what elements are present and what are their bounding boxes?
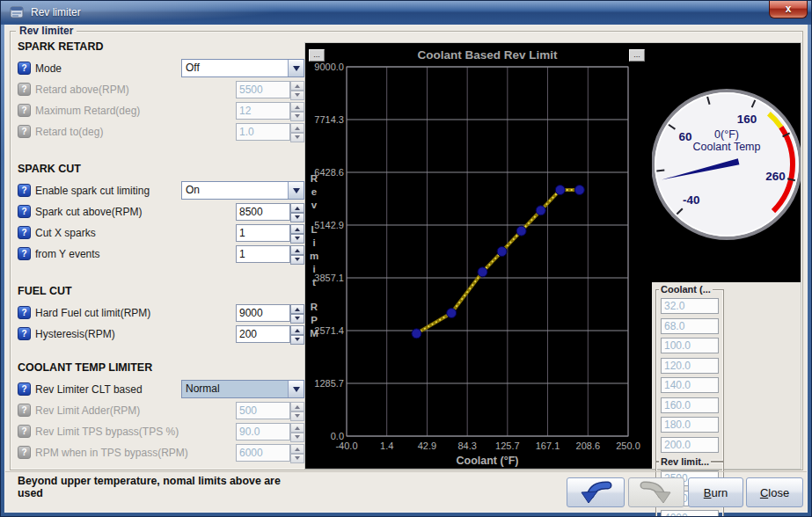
spinner-value[interactable]: 1.0 — [236, 123, 290, 141]
rev-limit-curve-dashes — [416, 190, 579, 333]
spinner-down[interactable] — [290, 213, 304, 222]
tps-bypass-spinner[interactable]: 90.0 — [236, 423, 304, 441]
hysteresis-spinner[interactable]: 200 — [236, 325, 304, 343]
spinner-down[interactable] — [290, 255, 304, 265]
y-axis-title-letter: R — [311, 302, 318, 312]
coolant-temp-gauge[interactable]: -40601602600(°F)Coolant Temp — [652, 43, 801, 282]
help-icon[interactable] — [18, 306, 31, 319]
spinner-value[interactable]: 1 — [236, 224, 290, 242]
help-icon[interactable] — [18, 205, 31, 218]
spinner-down[interactable] — [290, 91, 304, 100]
help-icon[interactable] — [18, 184, 31, 197]
coolant-bin-cell[interactable]: 180.0 — [661, 417, 719, 433]
dropdown-arrow-icon[interactable] — [288, 182, 304, 199]
help-icon[interactable] — [18, 327, 31, 340]
title-bar[interactable]: Rev limiter x — [1, 1, 811, 25]
spinner-down[interactable] — [290, 335, 304, 345]
chart-point[interactable] — [516, 226, 526, 236]
help-icon[interactable] — [18, 83, 31, 96]
spinner-up[interactable] — [290, 325, 304, 335]
spinner-up[interactable] — [290, 402, 304, 411]
coolant-bin-cell[interactable]: 100.0 — [661, 338, 719, 353]
spinner-value[interactable]: 5500 — [236, 81, 290, 98]
redo-button[interactable] — [628, 477, 684, 507]
spinner-up[interactable] — [290, 444, 304, 454]
dropdown-arrow-icon[interactable] — [288, 60, 304, 76]
x-tick-label: 167.1 — [536, 441, 560, 451]
clt-based-dropdown[interactable]: Normal — [181, 380, 304, 398]
spinner-up[interactable] — [290, 245, 304, 255]
spinner-value[interactable]: 8500 — [236, 203, 290, 221]
retard-to-spinner[interactable]: 1.0 — [236, 123, 304, 141]
spinner-up[interactable] — [290, 102, 304, 112]
coolant-bin-cell[interactable]: 68.0 — [661, 318, 719, 334]
chart-point[interactable] — [497, 247, 507, 257]
spinner-down[interactable] — [290, 234, 304, 244]
chart-menu-button-right[interactable]: ... — [629, 49, 645, 62]
chart-point[interactable] — [574, 186, 584, 195]
undo-button[interactable] — [567, 477, 625, 507]
hard-fuel-cut-spinner[interactable]: 9000 — [236, 304, 304, 322]
spinner-value[interactable]: 9000 — [236, 304, 290, 322]
spinner-up[interactable] — [290, 423, 304, 433]
coolant-bin-cell[interactable]: 120.0 — [661, 358, 719, 374]
retard-above-spinner[interactable]: 5500 — [236, 81, 304, 98]
gauge-canvas: -40601602600(°F)Coolant Temp — [652, 43, 801, 282]
max-retard-spinner[interactable]: 12 — [236, 102, 304, 120]
help-icon[interactable] — [18, 226, 31, 239]
mode-dropdown[interactable]: Off — [181, 59, 304, 77]
help-icon[interactable] — [18, 382, 31, 396]
row-hard-fuel-cut: Hard Fuel cut limit(RPM) 9000 — [18, 302, 304, 323]
burn-button[interactable]: Burn — [688, 477, 743, 507]
spinner-down[interactable] — [290, 454, 304, 463]
dropdown-arrow-icon[interactable] — [288, 381, 304, 397]
x-tick-label: 125.7 — [495, 441, 520, 451]
enable-spark-cut-dropdown[interactable]: On — [181, 181, 304, 200]
spinner-value[interactable]: 12 — [236, 102, 290, 120]
close-button[interactable]: Close — [746, 477, 803, 507]
spark-cut-above-spinner[interactable]: 8500 — [236, 203, 304, 221]
spinner-up[interactable] — [290, 203, 304, 213]
x-tick-label: 208.6 — [576, 441, 601, 451]
help-icon[interactable] — [18, 425, 31, 438]
rev-limit-adder-spinner[interactable]: 500 — [236, 402, 304, 419]
spinner-value[interactable]: 200 — [236, 325, 290, 343]
chart-point[interactable] — [478, 267, 487, 277]
chart-point[interactable] — [536, 206, 545, 215]
coolant-bin-cell[interactable]: 200.0 — [661, 437, 719, 453]
spinner-value[interactable]: 6000 — [236, 444, 290, 462]
help-icon[interactable] — [18, 404, 31, 417]
coolant-bin-cell[interactable]: 160.0 — [661, 397, 719, 413]
spinner-up[interactable] — [290, 123, 304, 133]
chart-point[interactable] — [555, 186, 565, 195]
spinner-down[interactable] — [290, 133, 304, 142]
help-icon[interactable] — [18, 104, 31, 117]
chart-menu-button-left[interactable]: ... — [309, 49, 325, 62]
help-icon[interactable] — [18, 62, 31, 75]
spinner-up[interactable] — [290, 224, 304, 234]
spinner-down[interactable] — [290, 433, 304, 442]
spinner-value[interactable]: 90.0 — [236, 423, 290, 441]
section-header-spark-cut: SPARK CUT — [18, 163, 304, 177]
chart-point[interactable] — [412, 329, 421, 339]
spinner-value[interactable]: 1 — [236, 245, 290, 263]
help-icon[interactable] — [18, 125, 31, 138]
section-header-spark-retard: SPARK RETARD — [18, 40, 304, 55]
help-icon[interactable] — [18, 247, 31, 260]
spinner-down[interactable] — [290, 411, 304, 421]
spinner-up[interactable] — [290, 304, 304, 314]
spinner-down[interactable] — [290, 112, 304, 121]
from-y-events-spinner[interactable]: 1 — [236, 245, 304, 263]
cut-x-sparks-spinner[interactable]: 1 — [236, 224, 304, 242]
coolant-bin-cell[interactable]: 140.0 — [661, 377, 719, 393]
chart-point[interactable] — [447, 309, 457, 318]
close-window-button[interactable]: x — [769, 1, 808, 18]
rpm-bypass-spinner[interactable]: 6000 — [236, 444, 304, 462]
visualization-panel: Coolant Based Rev Limit-40.01.442.984.31… — [304, 42, 801, 470]
spinner-down[interactable] — [290, 314, 304, 324]
coolant-bin-cell[interactable]: 32.0 — [661, 298, 719, 314]
row-max-retard: Maximum Retard(deg) 12 — [18, 100, 304, 120]
help-icon[interactable] — [18, 446, 31, 459]
spinner-value[interactable]: 500 — [236, 402, 290, 419]
spinner-up[interactable] — [290, 81, 304, 91]
